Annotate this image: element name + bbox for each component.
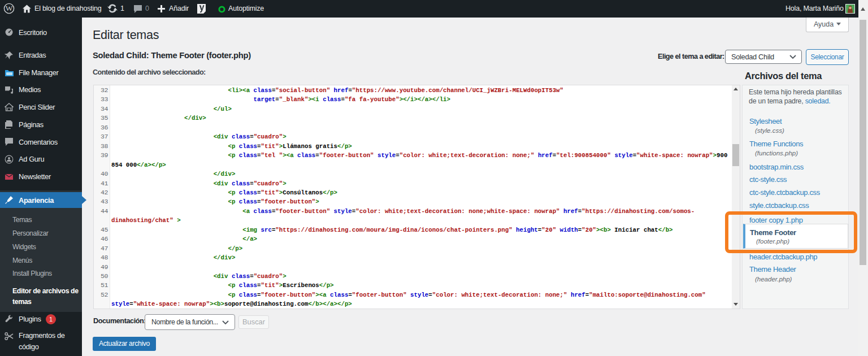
svg-text:W: W (6, 4, 13, 12)
